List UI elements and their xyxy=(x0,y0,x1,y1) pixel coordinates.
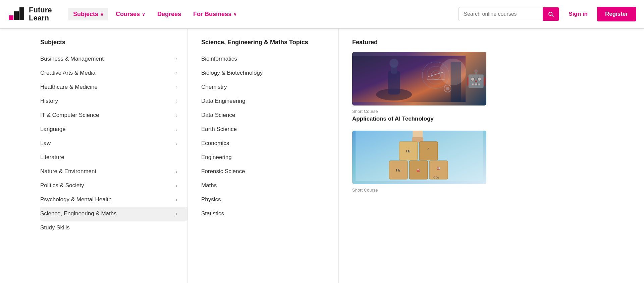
featured-card-2[interactable]: H₂ ⛽ 🏭 H₂ △ CO₂ Short Course xyxy=(352,131,634,193)
topic-item-maths[interactable]: Maths xyxy=(201,179,328,193)
svg-text:⛽: ⛽ xyxy=(417,168,421,172)
subjects-dropdown: Subjects Business & Management›Creative … xyxy=(0,28,644,283)
nav-forbusiness[interactable]: For Business ∨ xyxy=(189,8,241,20)
subject-item-law[interactable]: Law› xyxy=(40,136,187,150)
subject-item-study-skills[interactable]: Study Skills xyxy=(40,221,187,235)
topic-label: Statistics xyxy=(201,210,224,217)
subjects-column: Subjects Business & Management›Creative … xyxy=(0,29,188,283)
subject-label: Politics & Society xyxy=(40,182,84,189)
subject-item-literature[interactable]: Literature xyxy=(40,150,187,164)
subject-label: Study Skills xyxy=(40,224,70,231)
subject-item-politics---society[interactable]: Politics & Society› xyxy=(40,179,187,193)
topic-item-physics[interactable]: Physics xyxy=(201,193,328,207)
topic-item-biology---biotechnology[interactable]: Biology & Biotechnology xyxy=(201,66,328,80)
subject-chevron-icon: › xyxy=(176,98,177,104)
signin-button[interactable]: Sign in xyxy=(565,8,592,20)
site-header: Future Learn Subjects ∧ Courses ∨ Degree… xyxy=(0,0,644,28)
subject-label: Psychology & Mental Health xyxy=(40,196,112,203)
subject-item-history[interactable]: History› xyxy=(40,94,187,108)
ai-image-svg xyxy=(352,53,466,105)
featured-card-1-title: Applications of AI Technology xyxy=(352,115,634,123)
subject-label: Science, Engineering & Maths xyxy=(40,210,117,217)
subject-chevron-icon: › xyxy=(176,70,177,76)
topic-item-bioinformatics[interactable]: Bioinformatics xyxy=(201,52,328,66)
subject-item-nature---environment[interactable]: Nature & Environment› xyxy=(40,164,187,179)
subject-chevron-icon: › xyxy=(176,169,177,174)
topic-item-earth-science[interactable]: Earth Science xyxy=(201,122,328,136)
search-button[interactable] xyxy=(543,7,559,21)
subject-label: Law xyxy=(40,140,51,147)
logo[interactable]: Future Learn xyxy=(8,5,62,23)
topic-label: Engineering xyxy=(201,154,232,161)
search-input[interactable] xyxy=(459,8,543,20)
svg-text:H₂: H₂ xyxy=(396,168,400,172)
featured-column: Featured xyxy=(339,29,644,283)
svg-point-14 xyxy=(446,87,449,90)
topics-column: Science, Engineering & Maths Topics Bioi… xyxy=(188,29,339,283)
subject-item-creative-arts---media[interactable]: Creative Arts & Media› xyxy=(40,66,187,80)
subject-chevron-icon: › xyxy=(176,197,177,202)
subjects-chevron-icon: ∧ xyxy=(100,12,104,17)
topic-item-chemistry[interactable]: Chemistry xyxy=(201,80,328,94)
subject-chevron-icon: › xyxy=(176,141,177,146)
topics-list: BioinformaticsBiology & BiotechnologyChe… xyxy=(201,52,328,221)
featured-card-1-image xyxy=(352,52,486,105)
topics-heading: Science, Engineering & Maths Topics xyxy=(201,39,328,46)
topic-item-economics[interactable]: Economics xyxy=(201,136,328,150)
subject-chevron-icon: › xyxy=(176,127,177,132)
topic-label: Chemistry xyxy=(201,84,227,90)
topic-label: Earth Science xyxy=(201,126,237,133)
search-wrapper xyxy=(459,7,559,21)
svg-rect-0 xyxy=(9,15,13,20)
subject-item-language[interactable]: Language› xyxy=(40,122,187,136)
topic-label: Forensic Science xyxy=(201,168,245,175)
topic-item-engineering[interactable]: Engineering xyxy=(201,150,328,164)
svg-rect-1 xyxy=(14,11,19,20)
subject-label: Creative Arts & Media xyxy=(40,70,95,76)
featured-card-1-type: Short Course xyxy=(352,109,634,114)
register-button[interactable]: Register xyxy=(597,7,636,21)
main-nav: Subjects ∧ Courses ∨ Degrees For Busines… xyxy=(68,8,459,20)
subject-label: Healthcare & Medicine xyxy=(40,84,98,90)
subject-item-science--engineering---maths[interactable]: Science, Engineering & Maths› xyxy=(40,207,187,221)
topic-label: Biology & Biotechnology xyxy=(201,70,263,76)
nav-courses[interactable]: Courses ∨ xyxy=(111,8,150,20)
subject-label: IT & Computer Science xyxy=(40,112,99,119)
topic-item-data-engineering[interactable]: Data Engineering xyxy=(201,94,328,108)
subject-chevron-icon: › xyxy=(176,183,177,188)
nav-degrees[interactable]: Degrees xyxy=(153,8,186,20)
featured-heading: Featured xyxy=(352,39,634,46)
svg-text:△: △ xyxy=(427,147,430,150)
topic-item-forensic-science[interactable]: Forensic Science xyxy=(201,164,328,179)
subject-label: Business & Management xyxy=(40,56,104,62)
subject-item-business---management[interactable]: Business & Management› xyxy=(40,52,187,66)
subject-chevron-icon: › xyxy=(176,113,177,118)
topic-label: Data Engineering xyxy=(201,98,245,104)
topic-label: Maths xyxy=(201,182,217,189)
subject-chevron-icon: › xyxy=(176,56,177,62)
nav-subjects[interactable]: Subjects ∧ xyxy=(68,8,108,20)
topic-item-statistics[interactable]: Statistics xyxy=(201,207,328,221)
svg-rect-5 xyxy=(388,71,400,94)
subject-item-it---computer-science[interactable]: IT & Computer Science› xyxy=(40,108,187,122)
h2-image-svg: H₂ ⛽ 🏭 H₂ △ CO₂ xyxy=(356,131,483,181)
subject-item-healthcare---medicine[interactable]: Healthcare & Medicine› xyxy=(40,80,187,94)
subject-item-psychology---mental-health[interactable]: Psychology & Mental Health› xyxy=(40,193,187,207)
topic-label: Bioinformatics xyxy=(201,56,237,62)
subject-label: Nature & Environment xyxy=(40,168,96,175)
subjects-heading: Subjects xyxy=(40,39,187,46)
search-icon xyxy=(547,11,554,17)
subject-label: Language xyxy=(40,126,66,133)
topic-label: Data Science xyxy=(201,112,235,119)
forbusiness-chevron-icon: ∨ xyxy=(233,12,237,17)
featured-card-2-type: Short Course xyxy=(352,188,634,193)
featured-card-2-image: H₂ ⛽ 🏭 H₂ △ CO₂ xyxy=(352,131,486,184)
featured-card-1[interactable]: Short Course Applications of AI Technolo… xyxy=(352,52,634,123)
header-right: Sign in Register xyxy=(459,7,636,21)
topic-label: Economics xyxy=(201,140,229,147)
topic-item-data-science[interactable]: Data Science xyxy=(201,108,328,122)
svg-text:H₂: H₂ xyxy=(406,149,411,153)
svg-rect-2 xyxy=(19,7,24,20)
svg-rect-15 xyxy=(451,62,461,102)
logo-text: Future Learn xyxy=(29,6,52,22)
